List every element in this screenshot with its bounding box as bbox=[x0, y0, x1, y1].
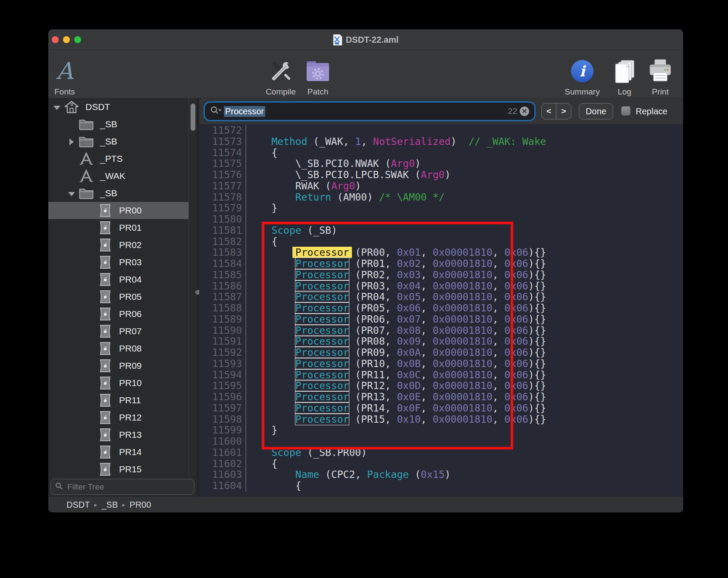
code-line: 11598 Processor (PR15, 0x10, 0x00001810,… bbox=[199, 414, 683, 425]
filter-tree-input[interactable] bbox=[66, 482, 190, 492]
find-match: Processor bbox=[295, 280, 349, 292]
code-token: 0x00001810 bbox=[433, 314, 492, 325]
find-previous-button[interactable]: < bbox=[542, 104, 556, 119]
breadcrumb-separator-icon: ▸ bbox=[122, 501, 125, 508]
find-match: Processor bbox=[295, 291, 349, 302]
breadcrumb-item-pr00[interactable]: PR00 bbox=[129, 500, 151, 510]
code-token: (PR10, bbox=[349, 358, 397, 369]
tree-item-label: _SB bbox=[100, 119, 117, 129]
disclosure-spacer bbox=[86, 241, 95, 249]
code-token: 0x06 bbox=[504, 391, 528, 402]
code-line: 11578 Return (AM00) /* \AM00 */ bbox=[199, 192, 683, 203]
tree-item-label: PR00 bbox=[119, 205, 142, 216]
code-line: 11591 Processor (PR08, 0x09, 0x00001810,… bbox=[199, 336, 683, 347]
code-token: 0x00001810 bbox=[433, 358, 492, 369]
sidebar-item-_sb[interactable]: _SB bbox=[48, 133, 188, 150]
code-line-content: Processor (PR04, 0x05, 0x00001810, 0x06)… bbox=[246, 292, 546, 303]
app-window: DSDT-22.aml AFontsCompilePatchiSummaryLo… bbox=[48, 29, 683, 512]
code-editor[interactable]: 1157211573 Method (_WAK, 1, NotSerialize… bbox=[199, 124, 683, 496]
code-line: 11603 Name (CPC2, Package (0x15) bbox=[199, 469, 683, 481]
line-number: 11591 bbox=[199, 336, 246, 347]
code-token: Scope bbox=[271, 447, 301, 458]
code-token: , bbox=[421, 414, 433, 425]
sidebar-item-_sb[interactable]: _SB bbox=[48, 185, 188, 202]
sidebar-item-pr06[interactable]: PR06 bbox=[48, 305, 188, 323]
code-token bbox=[248, 369, 295, 380]
code-token: 0x06 bbox=[504, 269, 528, 280]
sidebar-item-_wak[interactable]: _WAK bbox=[48, 167, 188, 185]
tree-item-label: PR11 bbox=[119, 395, 141, 405]
line-number: 11602 bbox=[199, 459, 246, 470]
code-line: 11593 Processor (PR10, 0x0B, 0x00001810,… bbox=[199, 358, 683, 370]
find-next-button[interactable]: > bbox=[556, 104, 571, 119]
sidebar-item-_pts[interactable]: _PTS bbox=[48, 150, 188, 167]
disclosure-spacer bbox=[86, 258, 95, 267]
code-token: ){} bbox=[528, 247, 546, 258]
replace-checkbox[interactable] bbox=[621, 106, 631, 116]
document-proxy-icon[interactable] bbox=[333, 34, 342, 46]
sidebar-scrollbar[interactable] bbox=[188, 98, 197, 477]
sidebar-item-pr09[interactable]: PR09 bbox=[48, 357, 188, 374]
code-line-content: } bbox=[246, 425, 277, 436]
done-button[interactable]: Done bbox=[579, 103, 613, 119]
code-token: , bbox=[493, 369, 505, 380]
code-line-content: Method (_WAK, 1, NotSerialized) // _WAK:… bbox=[246, 136, 546, 148]
code-token bbox=[248, 469, 295, 480]
code-line: 11602 { bbox=[199, 459, 683, 470]
toolbar-item-print[interactable]: Print bbox=[632, 53, 683, 97]
code-token bbox=[248, 347, 295, 358]
code-token: // _WAK: Wake bbox=[468, 136, 546, 147]
filter-tree-field[interactable] bbox=[50, 479, 195, 495]
toolbar-item-patch[interactable]: Patch bbox=[290, 53, 346, 97]
sidebar-item-pr11[interactable]: PR11 bbox=[48, 392, 188, 409]
sidebar-item-pr10[interactable]: PR10 bbox=[48, 374, 188, 392]
find-input[interactable]: Processor bbox=[224, 106, 265, 117]
code-token: { bbox=[248, 147, 277, 158]
code-token: 0x00001810 bbox=[433, 402, 492, 414]
sidebar-item-pr15[interactable]: PR15 bbox=[48, 461, 188, 477]
sidebar-item-pr01[interactable]: PR01 bbox=[48, 219, 188, 236]
disclosure-triangle-icon[interactable] bbox=[67, 137, 76, 146]
sidebar-item-pr08[interactable]: PR08 bbox=[48, 340, 188, 357]
sidebar-item-pr07[interactable]: PR07 bbox=[48, 323, 188, 340]
find-navigation: < > bbox=[541, 103, 571, 119]
sidebar-item-pr02[interactable]: PR02 bbox=[48, 236, 188, 254]
find-match: Processor bbox=[295, 302, 349, 314]
code-token: 0x0A bbox=[397, 347, 420, 358]
code-token: , bbox=[421, 336, 433, 347]
sidebar-item-pr14[interactable]: PR14 bbox=[48, 443, 188, 461]
breadcrumb-item-_sb[interactable]: _SB bbox=[101, 500, 118, 510]
sidebar-item-pr00[interactable]: PR00 bbox=[48, 202, 188, 219]
disclosure-triangle-icon[interactable] bbox=[53, 103, 61, 111]
sidebar-item-dsdt[interactable]: DSDT bbox=[48, 98, 188, 116]
sidebar-scrollbar-thumb[interactable] bbox=[191, 104, 195, 131]
tree-item-label: PR14 bbox=[119, 447, 142, 457]
sidebar-item-pr05[interactable]: PR05 bbox=[48, 288, 188, 305]
code-line-content: Processor (PR00, 0x01, 0x00001810, 0x06)… bbox=[246, 247, 546, 258]
code-token: , bbox=[493, 391, 505, 402]
sidebar-item-pr12[interactable]: PR12 bbox=[48, 409, 188, 426]
search-icon[interactable] bbox=[210, 106, 221, 116]
processor-icon bbox=[97, 445, 113, 459]
code-line: 11575 \_SB.PCI0.NWAK (Arg0) bbox=[199, 158, 683, 170]
code-line: 11589 Processor (PR06, 0x07, 0x00001810,… bbox=[199, 314, 683, 325]
find-field[interactable]: Processor 22 ✕ bbox=[204, 101, 536, 121]
toolbar-item-fonts[interactable]: AFonts bbox=[48, 53, 93, 97]
code-line-content: Processor (PR10, 0x0B, 0x00001810, 0x06)… bbox=[246, 358, 546, 370]
sidebar-item-pr03[interactable]: PR03 bbox=[48, 254, 188, 271]
clear-search-icon[interactable]: ✕ bbox=[520, 107, 529, 116]
tree-item-label: PR13 bbox=[119, 430, 142, 440]
code-token: (PR07, bbox=[349, 325, 397, 336]
sidebar-item-pr04[interactable]: PR04 bbox=[48, 271, 188, 288]
tree-item-label: PR09 bbox=[119, 361, 142, 371]
code-token bbox=[248, 247, 295, 258]
tree-item-label: PR12 bbox=[119, 412, 142, 423]
code-token: ) bbox=[415, 158, 421, 169]
sidebar-item-_sb[interactable]: _SB bbox=[48, 116, 188, 133]
disclosure-triangle-icon[interactable] bbox=[67, 189, 76, 198]
sidebar-item-pr13[interactable]: PR13 bbox=[48, 426, 188, 443]
code-token: 0x04 bbox=[397, 280, 420, 292]
code-token bbox=[248, 280, 295, 292]
breadcrumb-item-dsdt[interactable]: DSDT bbox=[66, 500, 90, 510]
find-match: Processor bbox=[295, 336, 349, 347]
